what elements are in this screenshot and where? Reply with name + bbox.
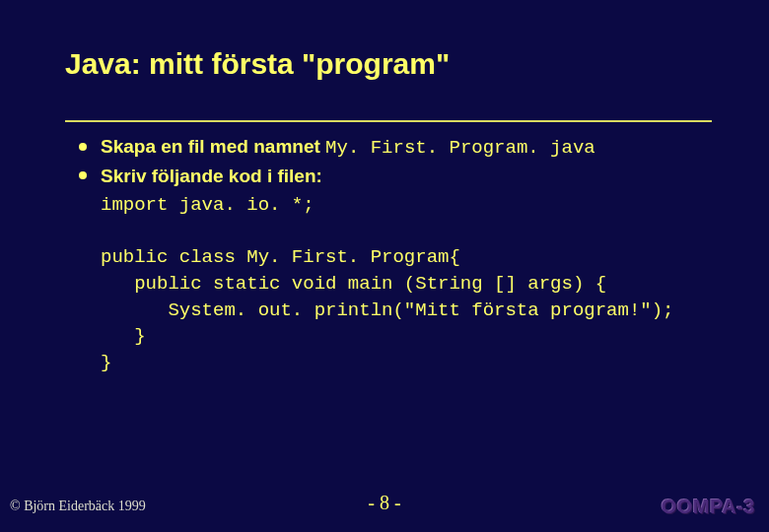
slide-title: Java: mitt första "program" xyxy=(65,47,450,81)
bullet-code: My. First. Program. java xyxy=(325,137,595,159)
slide: Java: mitt första "program" Skapa en fil… xyxy=(0,0,769,532)
bullet-text: Skapa en fil med namnet xyxy=(101,136,325,157)
bullet-list: Skapa en fil med namnet My. First. Progr… xyxy=(77,134,712,188)
footer-course-code: OOMPA-3 xyxy=(662,496,755,518)
bullet-item: Skriv följande kod i filen: xyxy=(77,164,712,189)
title-underline xyxy=(65,120,712,122)
slide-content: Skapa en fil med namnet My. First. Progr… xyxy=(77,134,712,375)
footer-page-number: - 8 - xyxy=(0,492,769,514)
code-block: import java. io. *; public class My. Fir… xyxy=(101,192,712,375)
bullet-item: Skapa en fil med namnet My. First. Progr… xyxy=(77,134,712,162)
bullet-text: Skriv följande kod i filen: xyxy=(101,166,322,186)
